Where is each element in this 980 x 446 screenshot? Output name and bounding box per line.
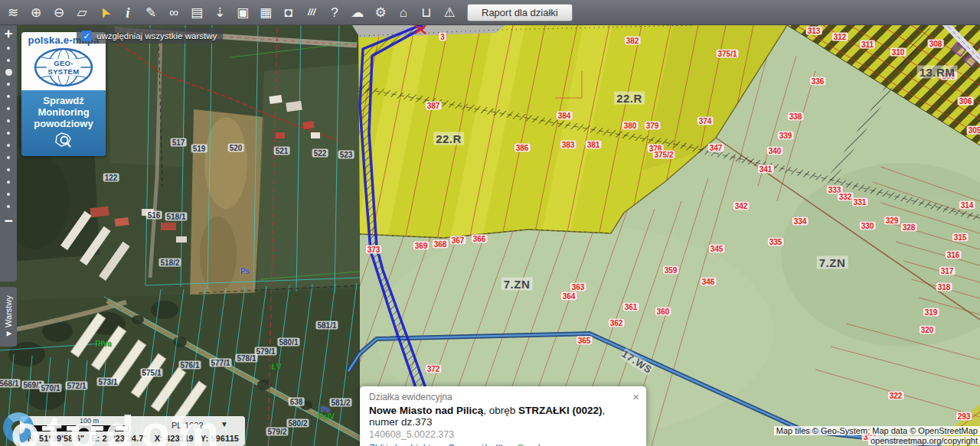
- copy-view-icon[interactable]: ▣: [231, 0, 254, 25]
- zoom-in-button[interactable]: +: [4, 25, 12, 42]
- zoom-out-button[interactable]: −: [4, 213, 12, 230]
- popup-links: Zbliż do obiektu Szczegóły (I) ⊕ Inne: [369, 443, 637, 446]
- link-icon[interactable]: ∞: [162, 0, 185, 25]
- cloud-download-icon[interactable]: ☁: [346, 0, 369, 25]
- zoom-to-object-link[interactable]: Zbliż do obiektu: [369, 443, 436, 446]
- scale-bar: [29, 425, 129, 431]
- brand-card[interactable]: polska.e-mapa GEO-SYSTEM Sprawdź Monitor…: [21, 32, 106, 156]
- coord-e: E: 20°23'24.7": [91, 434, 148, 443]
- plus-circle-icon[interactable]: ⊕: [516, 443, 526, 446]
- toolbar-icons: ≋⊕⊖▱➤i✎∞▤⇣▣▦◘///?☁⚙⌂⊔⚠: [2, 0, 461, 25]
- cursor-coordinates: N: 51°39'58.6"E: 20°23'24.7"X: 423119Y: …: [28, 434, 246, 443]
- attribution-line1: Map tiles © Geo-System; Map data © OpenS…: [774, 426, 980, 435]
- banner-line2: Monitoring: [21, 106, 106, 118]
- layers-icon[interactable]: ≋: [2, 0, 24, 25]
- layers-panel-tab[interactable]: ▼ Warstwy: [0, 287, 17, 347]
- chevron-down-icon[interactable]: ▼: [220, 420, 228, 428]
- help-icon[interactable]: ?: [323, 0, 346, 25]
- map-attribution: Map tiles © Geo-System; Map data © OpenS…: [774, 425, 980, 445]
- split-layout-icon[interactable]: ▦: [254, 0, 277, 25]
- parcel-description: Nowe Miasto nad Pilicą, obręb STRZAŁKI (…: [369, 405, 637, 428]
- district-name: STRZAŁKI (0022): [518, 405, 603, 416]
- zoom-in-icon[interactable]: ⊕: [24, 0, 47, 25]
- parcel-id: 140608_5.0022.373: [369, 429, 637, 440]
- map-canvas[interactable]: [0, 25, 980, 446]
- obreb-text: , obręb: [483, 405, 518, 416]
- all-layers-label: uwzględniaj wszystkie warstwy: [96, 31, 217, 41]
- other-link[interactable]: Inne: [537, 443, 556, 446]
- municipality-name: Nowe Miasto nad Pilicą: [369, 405, 483, 416]
- zoom-slider-track[interactable]: [5, 42, 12, 213]
- gis-map-application: 3382375/1387384374380379386383381378375/…: [0, 0, 980, 446]
- search-address-icon[interactable]: ⌂: [392, 0, 415, 25]
- coord-y: Y: 596115: [201, 434, 239, 443]
- select-area-icon[interactable]: ▱: [70, 0, 93, 25]
- crs-selector[interactable]: PL-1992: [172, 421, 204, 430]
- status-bar: 100 m PL-1992 ▼ N: 51°39'58.6"E: 20°23'2…: [20, 416, 245, 446]
- flood-monitoring-banner[interactable]: Sprawdź Monitoring powodziowy: [21, 90, 106, 156]
- banner-line3: powodziowy: [21, 118, 106, 129]
- main-toolbar: ≋⊕⊖▱➤i✎∞▤⇣▣▦◘///?☁⚙⌂⊔⚠ Raport dla działk…: [0, 0, 980, 25]
- measure-icon[interactable]: ✎: [139, 0, 162, 25]
- popup-title: Działka ewidencyjna: [369, 392, 637, 402]
- warning-icon[interactable]: ⚠: [438, 0, 461, 25]
- poland-magnifier-icon: [54, 132, 74, 148]
- attribution-line2[interactable]: openstreetmap.org/copyright: [868, 436, 980, 445]
- map-artwork: [0, 25, 980, 446]
- geo-system-globe-icon: GEO-SYSTEM: [33, 47, 94, 87]
- details-link[interactable]: Szczegóły (I): [449, 443, 504, 446]
- coord-n: N: 51°39'58.6": [28, 434, 84, 443]
- info-icon[interactable]: i: [116, 0, 139, 25]
- close-icon[interactable]: ×: [632, 391, 639, 402]
- zoom-slider[interactable]: + −: [0, 25, 17, 282]
- coord-x: X: 423119: [155, 434, 194, 443]
- zoom-slider-handle[interactable]: [5, 69, 12, 76]
- parcel-info-popup: Działka ewidencyjna × Nowe Miasto nad Pi…: [360, 386, 646, 446]
- all-layers-checkbox[interactable]: ✓: [81, 31, 92, 41]
- banner-line1: Sprawdź: [21, 95, 106, 106]
- print-icon[interactable]: ▤: [185, 0, 208, 25]
- scale-label: 100 m: [80, 417, 99, 425]
- all-layers-option: ✓ uwzględniaj wszystkie warstwy: [77, 28, 223, 44]
- annotation-icon[interactable]: ◘: [277, 0, 300, 25]
- zoom-out-icon[interactable]: ⊖: [47, 0, 70, 25]
- parallel-lines-icon[interactable]: ///: [300, 0, 323, 25]
- marker-download-icon[interactable]: ⇣: [208, 0, 231, 25]
- cart-icon[interactable]: ⊔: [415, 0, 438, 25]
- geo-system-logo-text: GEO-SYSTEM: [47, 59, 81, 76]
- settings-icon[interactable]: ⚙: [369, 0, 392, 25]
- report-button[interactable]: Raport dla działki: [467, 4, 573, 21]
- layers-tab-label: ▼ Warstwy: [4, 295, 13, 338]
